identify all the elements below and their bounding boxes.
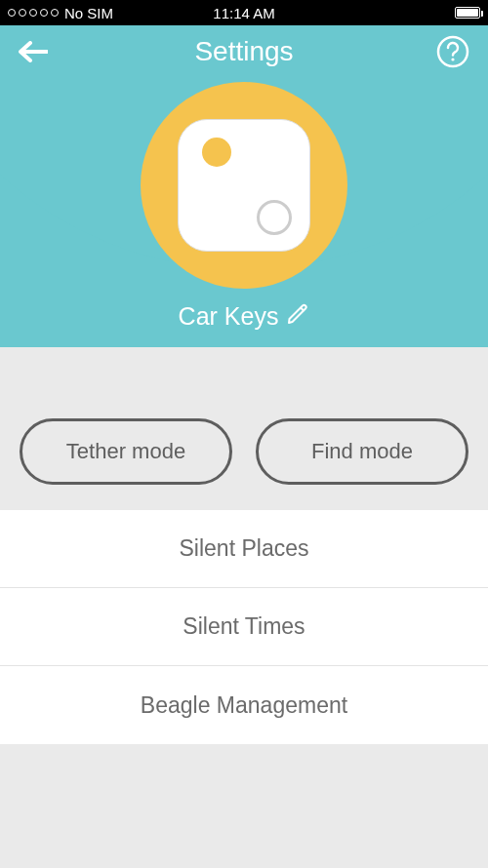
silent-times-row[interactable]: Silent Times [0,588,488,666]
device-name: Car Keys [179,302,279,331]
beagle-tile-icon [178,119,310,252]
settings-hero: Settings Car Keys [0,25,488,401]
edit-name-button[interactable] [286,303,309,331]
settings-list: Silent Places Silent Times Beagle Manage… [0,510,488,744]
device-name-row: Car Keys [179,302,310,331]
silent-places-row[interactable]: Silent Places [0,510,488,588]
signal-dots [8,9,59,17]
device-avatar [141,82,347,289]
status-right [455,5,480,21]
carrier-text: No SIM [64,5,113,21]
beagle-management-row[interactable]: Beagle Management [0,666,488,744]
status-bar: No SIM 11:14 AM [0,0,488,25]
help-icon [436,35,469,68]
svg-point-0 [438,37,468,66]
clock: 11:14 AM [213,5,274,21]
tether-mode-button[interactable]: Tether mode [20,418,232,485]
status-left: No SIM [8,5,113,21]
help-button[interactable] [431,25,474,78]
page-title: Settings [194,36,293,67]
find-mode-button[interactable]: Find mode [256,418,468,485]
mode-row: Tether mode Find mode [0,401,488,510]
back-button[interactable] [10,25,57,78]
device-preview: Car Keys [0,82,488,331]
empty-space [0,744,488,868]
arrow-left-icon [19,41,48,62]
svg-point-1 [451,58,454,60]
pencil-icon [286,303,309,327]
top-bar: Settings [0,25,488,78]
battery-icon [455,5,480,21]
